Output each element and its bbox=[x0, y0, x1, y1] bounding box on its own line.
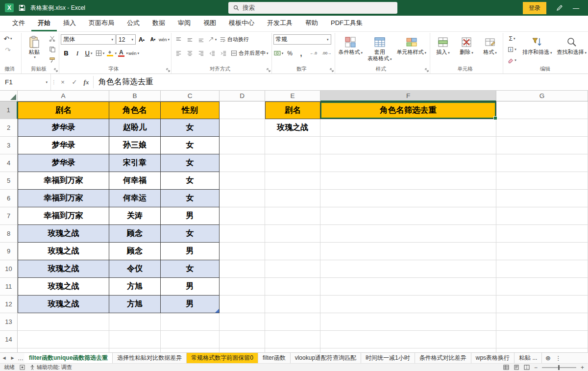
cell-C2[interactable]: 女 bbox=[161, 119, 220, 137]
row-header-6[interactable]: 6 bbox=[0, 190, 18, 207]
cell-A12[interactable]: 玫瑰之战 bbox=[18, 296, 109, 313]
cell-F12[interactable] bbox=[320, 296, 496, 313]
cell-C8[interactable]: 女 bbox=[161, 225, 220, 243]
autosum-button[interactable]: Σ▾ bbox=[505, 33, 519, 44]
cell-F1[interactable]: 角色名筛选去重 bbox=[320, 101, 496, 119]
cell-A10[interactable]: 玫瑰之战 bbox=[18, 260, 109, 278]
cell-styles-button[interactable]: 单元格样式▾ bbox=[395, 33, 429, 56]
phonetic-guide-button[interactable]: wén▾ bbox=[159, 34, 170, 45]
clipboard-dialog-launcher[interactable] bbox=[54, 68, 58, 72]
menu-tab-开始[interactable]: 开始 bbox=[31, 15, 57, 31]
cell-C14[interactable] bbox=[161, 331, 220, 348]
align-center-button[interactable] bbox=[184, 48, 195, 58]
menu-tab-视图[interactable]: 视图 bbox=[197, 15, 222, 31]
cell-C12[interactable]: 男 bbox=[161, 296, 220, 313]
row-header-15[interactable]: 15 bbox=[0, 348, 18, 352]
cell-G6[interactable] bbox=[496, 190, 588, 207]
cell-A9[interactable]: 玫瑰之战 bbox=[18, 243, 109, 260]
sheet-tab[interactable]: 粘贴 ... bbox=[514, 353, 542, 363]
login-button[interactable]: 登录 bbox=[523, 2, 546, 14]
cell-D15[interactable] bbox=[220, 348, 265, 352]
row-header-9[interactable]: 9 bbox=[0, 243, 18, 260]
align-left-button[interactable] bbox=[173, 48, 184, 58]
cell-E12[interactable] bbox=[265, 296, 320, 313]
cell-E2[interactable]: 玫瑰之战 bbox=[265, 119, 320, 137]
tab-scroll-left-icon[interactable]: ◀ bbox=[0, 353, 8, 363]
tab-more-icon[interactable]: ⋮ bbox=[554, 353, 563, 363]
column-header-E[interactable]: E bbox=[265, 91, 320, 101]
cell-E14[interactable] bbox=[265, 331, 320, 348]
cell-G8[interactable] bbox=[496, 225, 588, 243]
cell-B15[interactable] bbox=[109, 348, 161, 352]
insert-function-icon[interactable]: fx bbox=[80, 74, 92, 90]
cell-D6[interactable] bbox=[220, 190, 265, 207]
cell-B3[interactable]: 孙三娘 bbox=[109, 137, 161, 154]
sheet-tab[interactable]: vlookup通配符查询匹配 bbox=[291, 353, 361, 363]
select-all-corner[interactable] bbox=[0, 91, 18, 101]
formula-input[interactable]: 角色名筛选去重 bbox=[95, 74, 588, 90]
cell-C15[interactable] bbox=[161, 348, 220, 352]
row-header-4[interactable]: 4 bbox=[0, 154, 18, 172]
row-header-13[interactable]: 13 bbox=[0, 313, 18, 331]
percent-style-button[interactable]: % bbox=[285, 48, 295, 58]
menu-tab-插入[interactable]: 插入 bbox=[57, 15, 82, 31]
column-header-A[interactable]: A bbox=[18, 91, 109, 101]
cell-B4[interactable]: 宋引章 bbox=[109, 154, 161, 172]
cell-C11[interactable]: 男 bbox=[161, 278, 220, 296]
delete-cells-button[interactable]: 删除▾ bbox=[455, 33, 478, 56]
increase-decimal-button[interactable]: ←.0 bbox=[307, 48, 320, 58]
redo-button[interactable]: ↷ bbox=[2, 45, 13, 55]
row-header-14[interactable]: 14 bbox=[0, 331, 18, 348]
new-sheet-button[interactable]: ⊕ bbox=[542, 353, 554, 363]
cell-B11[interactable]: 方旭 bbox=[109, 278, 161, 296]
sheet-tab[interactable]: 常规格式数字前面保留0 bbox=[187, 353, 258, 363]
find-select-button[interactable]: 查找和选择▾ bbox=[555, 33, 588, 56]
row-header-5[interactable]: 5 bbox=[0, 172, 18, 190]
cell-F7[interactable] bbox=[320, 207, 496, 225]
orientation-button[interactable]: ▾ bbox=[207, 34, 218, 45]
cell-A14[interactable] bbox=[18, 331, 109, 348]
cell-D2[interactable] bbox=[220, 119, 265, 137]
cell-A4[interactable]: 梦华录 bbox=[18, 154, 109, 172]
conditional-formatting-button[interactable]: 条件格式▾ bbox=[337, 33, 365, 56]
cell-E9[interactable] bbox=[265, 243, 320, 260]
zoom-slider-thumb[interactable] bbox=[558, 365, 560, 370]
cell-A7[interactable]: 幸福到万家 bbox=[18, 207, 109, 225]
cell-E5[interactable] bbox=[265, 172, 320, 190]
cell-E15[interactable] bbox=[265, 348, 320, 352]
cell-G13[interactable] bbox=[496, 313, 588, 331]
cell-D8[interactable] bbox=[220, 225, 265, 243]
page-break-view-icon[interactable] bbox=[524, 365, 530, 370]
font-size-select[interactable]: 12▾ bbox=[116, 34, 136, 45]
accessibility-status[interactable]: 辅助功能: 调查 bbox=[30, 364, 72, 371]
phonetic-field-button[interactable]: wén▾ bbox=[128, 48, 139, 58]
wrap-text-button[interactable]: 自动换行 bbox=[218, 34, 250, 45]
cell-C9[interactable]: 男 bbox=[161, 243, 220, 260]
cell-C5[interactable]: 女 bbox=[161, 172, 220, 190]
cell-E4[interactable] bbox=[265, 154, 320, 172]
cell-D3[interactable] bbox=[220, 137, 265, 154]
cell-D14[interactable] bbox=[220, 331, 265, 348]
cell-B2[interactable]: 赵盼儿 bbox=[109, 119, 161, 137]
sheet-tab[interactable]: 条件格式对比差异 bbox=[415, 353, 471, 363]
cell-A8[interactable]: 玫瑰之战 bbox=[18, 225, 109, 243]
comma-style-button[interactable]: , bbox=[296, 48, 307, 58]
align-right-button[interactable] bbox=[196, 48, 206, 58]
cell-B1[interactable]: 角色名 bbox=[109, 101, 161, 119]
cell-F15[interactable] bbox=[320, 348, 496, 352]
column-header-C[interactable]: C bbox=[161, 91, 220, 101]
column-header-D[interactable]: D bbox=[220, 91, 265, 101]
search-box[interactable]: 搜索 bbox=[228, 2, 397, 14]
menu-tab-帮助[interactable]: 帮助 bbox=[299, 15, 324, 31]
cell-D5[interactable] bbox=[220, 172, 265, 190]
cell-A15[interactable] bbox=[18, 348, 109, 352]
cell-F11[interactable] bbox=[320, 278, 496, 296]
cell-C1[interactable]: 性别 bbox=[161, 101, 220, 119]
menu-tab-数据[interactable]: 数据 bbox=[146, 15, 172, 31]
cell-F6[interactable] bbox=[320, 190, 496, 207]
menu-tab-页面布局[interactable]: 页面布局 bbox=[82, 15, 121, 31]
column-header-B[interactable]: B bbox=[109, 91, 161, 101]
cell-F14[interactable] bbox=[320, 331, 496, 348]
cell-G12[interactable] bbox=[496, 296, 588, 313]
cell-E13[interactable] bbox=[265, 313, 320, 331]
